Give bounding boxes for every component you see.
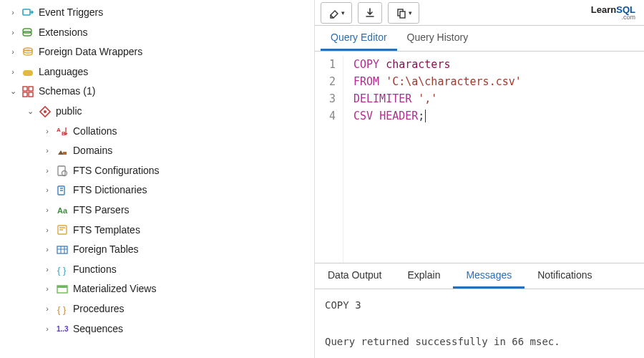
collations-icon: AB [56,125,69,137]
code-token [379,58,386,71]
main-panel: ▾ ▾ LearnSQL .com Query Editor Query His… [315,0,644,358]
sql-editor[interactable]: 1234 COPY charactersFROM 'C:\a\character… [315,52,644,263]
tree-item-label: Functions [73,263,117,277]
code-line[interactable]: FROM 'C:\a\characters.csv' [353,73,522,90]
line-number: 2 [315,73,336,90]
tree-item-label: Sequences [73,322,123,337]
extensions-icon [21,26,34,39]
tree-item-label: Languages [39,65,88,79]
chevron-right-icon[interactable]: › [9,7,17,18]
chevron-down-icon[interactable]: ⌄ [9,86,17,97]
chevron-right-icon[interactable]: › [43,324,52,334]
line-number: 3 [315,90,336,107]
svg-rect-18 [57,246,67,253]
code-line[interactable]: CSV HEADER; [353,107,522,125]
tree-item[interactable]: ›{ }Procedures [6,299,314,319]
learnsql-logo: LearnSQL .com [591,4,635,21]
tree-item[interactable]: ›FTS Configurations [6,161,314,181]
sequences-icon: 1..3 [56,322,69,335]
code-token: characters [386,58,450,71]
tree-item-label: Foreign Tables [73,243,139,257]
chevron-right-icon[interactable]: › [43,205,52,216]
tab-notifications[interactable]: Notifications [525,263,605,289]
chevron-right-icon[interactable]: › [43,145,52,156]
tree-item[interactable]: ›Foreign Tables [6,240,314,260]
svg-text:{ }: { } [57,304,67,315]
fts-parsers-icon: Aa [56,204,69,217]
code-token: ',' [418,92,437,105]
tree-item[interactable]: ⌄public [6,102,314,122]
svg-text:A: A [57,127,61,133]
schema-icon [39,105,52,118]
code-token: COPY [353,58,379,71]
svg-rect-6 [23,92,27,97]
tree-item-label: Event Triggers [39,6,103,20]
svg-rect-3 [23,70,33,76]
chevron-right-icon[interactable]: › [43,225,52,236]
code-token: DELIMITER [353,92,411,105]
tree-item-label: Procedures [73,302,125,316]
tree-item-label: Materialized Views [73,282,156,296]
svg-rect-25 [400,11,405,18]
tree-item[interactable]: ›Event Triggers [6,3,314,23]
tree-item[interactable]: ›{ }Functions [6,260,314,280]
tab-data-output[interactable]: Data Output [315,263,395,289]
procedures-icon: { } [56,303,69,316]
svg-rect-0 [23,9,30,15]
tab-query-history[interactable]: Query History [397,26,479,51]
copy-dropdown-button[interactable]: ▾ [388,2,419,24]
tree-item[interactable]: ›Foreign Data Wrappers [6,42,314,62]
schemas-icon [21,85,34,98]
tab-query-editor[interactable]: Query Editor [321,26,397,51]
chevron-right-icon[interactable]: › [43,244,52,255]
chevron-right-icon[interactable]: › [43,304,52,314]
object-browser-sidebar[interactable]: ›Event Triggers›Extensions›Foreign Data … [0,0,315,358]
logo-text-learn: Learn [591,4,616,15]
tree-item[interactable]: ›ABCollations [6,122,314,142]
chevron-down-icon[interactable]: ⌄ [26,106,34,117]
functions-icon: { } [56,263,69,276]
tree-item-label: FTS Dictionaries [73,183,147,198]
code-line[interactable]: DELIMITER ',' [353,90,522,107]
chevron-right-icon[interactable]: › [43,126,52,137]
tree-item-label: Domains [73,144,112,158]
tree-item[interactable]: ›Domains [6,141,314,161]
tree-item[interactable]: ⌄Schemas (1) [6,82,314,102]
tree-item-label: FTS Parsers [73,203,130,218]
download-button[interactable] [358,2,382,24]
tree-item[interactable]: ›Materialized Views [6,279,314,299]
svg-rect-5 [29,87,33,91]
tab-explain[interactable]: Explain [395,263,454,289]
tree-item[interactable]: ›Extensions [6,23,314,43]
code-token [373,110,379,122]
tree-item-label: FTS Templates [73,223,140,238]
code-token: HEADER [379,110,418,122]
domains-icon [56,145,69,158]
foreign-tables-icon [56,243,69,256]
tree-item[interactable]: ›FTS Templates [6,221,314,241]
tab-messages[interactable]: Messages [453,263,525,289]
code-area[interactable]: COPY charactersFROM 'C:\a\characters.csv… [343,56,522,263]
tree-item[interactable]: ›1..3Sequences [6,319,314,339]
chevron-right-icon[interactable]: › [43,185,52,195]
tree-item-label: Collations [73,125,117,139]
chevron-right-icon[interactable]: › [43,284,52,294]
chevron-right-icon[interactable]: › [43,264,52,275]
tree-item[interactable]: ›Languages [6,62,314,82]
output-tabs: Data Output Explain Messages Notificatio… [315,263,644,289]
line-gutter: 1234 [315,56,343,263]
chevron-right-icon[interactable]: › [9,47,17,57]
code-token: FROM [353,75,379,88]
chevron-right-icon[interactable]: › [9,67,17,77]
svg-rect-21 [57,286,67,288]
chevron-down-icon: ▾ [341,9,345,16]
code-line[interactable]: COPY characters [353,56,522,73]
tree-item[interactable]: ›FTS Dictionaries [6,180,314,200]
tree-item[interactable]: ›AaFTS Parsers [6,200,314,221]
eraser-dropdown-button[interactable]: ▾ [321,2,352,24]
code-token: CSV [353,110,373,122]
download-icon [364,7,376,19]
chevron-right-icon[interactable]: › [9,27,17,38]
fts-dict-icon [56,184,69,197]
chevron-right-icon[interactable]: › [43,165,52,176]
